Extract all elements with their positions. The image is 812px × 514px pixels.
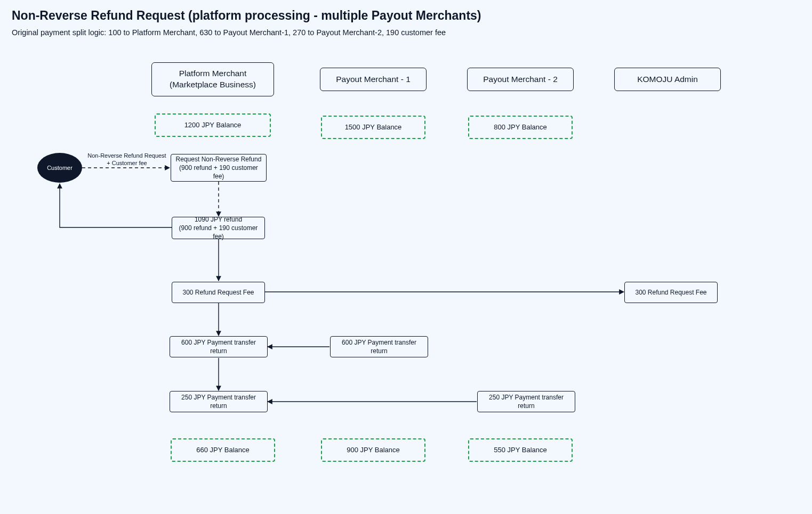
- balance-final-platform: 660 JPY Balance: [171, 438, 275, 462]
- node-request-non-reverse-refund: Request Non-Reverse Refund (900 refund +…: [171, 154, 267, 182]
- customer-label: Customer: [47, 165, 73, 171]
- balance-initial-platform: 1200 JPY Balance: [155, 113, 271, 137]
- balance-initial-payout1: 1500 JPY Balance: [321, 116, 425, 139]
- node-300-fee-platform: 300 Refund Request Fee: [172, 282, 265, 303]
- diagram-canvas: Platform Merchant (Marketplace Business)…: [12, 50, 800, 508]
- header-platform-merchant: Platform Merchant (Marketplace Business): [151, 62, 274, 96]
- page-subtitle: Original payment split logic: 100 to Pla…: [12, 28, 800, 37]
- node-600-ptr-payout1: 600 JPY Payment transfer return: [330, 336, 428, 357]
- page-title: Non-Reverse Refund Request (platform pro…: [12, 9, 800, 23]
- edge-label-customer-to-request: Non-Reverse Refund Request + Customer fe…: [84, 152, 170, 167]
- balance-initial-payout2: 800 JPY Balance: [468, 116, 573, 139]
- node-300-fee-admin: 300 Refund Request Fee: [624, 282, 718, 303]
- balance-final-payout2: 550 JPY Balance: [468, 438, 573, 462]
- customer-node: Customer: [37, 153, 82, 183]
- node-1090-jpy-refund: 1090 JPY refund (900 refund + 190 custom…: [172, 217, 265, 239]
- node-250-ptr-payout2: 250 JPY Payment transfer return: [477, 391, 575, 412]
- header-payout-merchant-1: Payout Merchant - 1: [320, 68, 427, 91]
- header-komoju-admin: KOMOJU Admin: [614, 68, 721, 91]
- node-600-ptr-platform: 600 JPY Payment transfer return: [170, 336, 268, 357]
- balance-final-payout1: 900 JPY Balance: [321, 438, 425, 462]
- header-payout-merchant-2: Payout Merchant - 2: [467, 68, 574, 91]
- node-250-ptr-platform: 250 JPY Payment transfer return: [170, 391, 268, 412]
